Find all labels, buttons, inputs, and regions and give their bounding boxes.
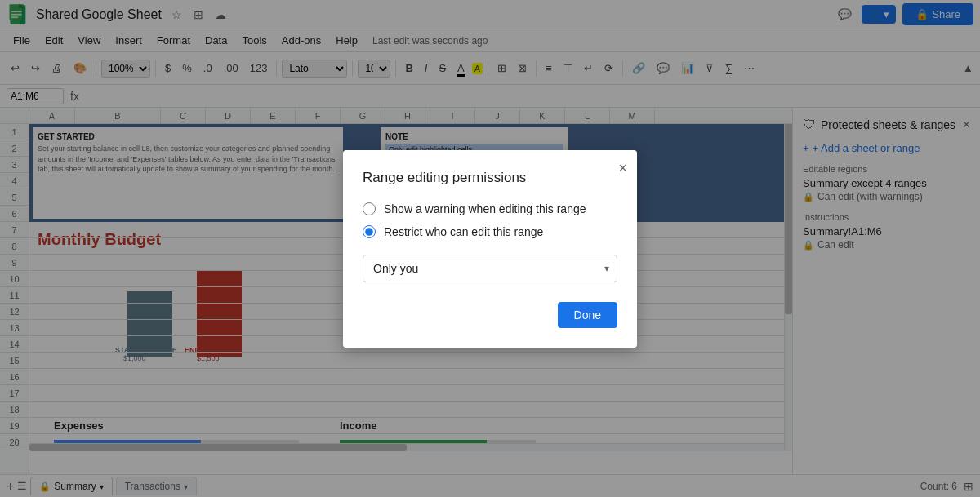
radio-row-2: Restrict who can edit this range — [363, 225, 617, 238]
modal-title: Range editing permissions — [363, 170, 617, 186]
radio-warning[interactable] — [363, 202, 376, 215]
range-editing-modal: Range editing permissions × Show a warni… — [343, 150, 637, 348]
radio-warning-label: Show a warning when editing this range — [384, 202, 586, 215]
radio-restrict[interactable] — [363, 225, 376, 238]
radio-row-1: Show a warning when editing this range — [363, 202, 617, 215]
radio-group: Show a warning when editing this range R… — [363, 202, 617, 238]
modal-overlay: Range editing permissions × Show a warni… — [0, 0, 980, 497]
permission-select[interactable]: Only you Custom — [363, 255, 617, 282]
dropdown-row: Only you Custom ▾ — [363, 255, 617, 282]
modal-close-button[interactable]: × — [618, 160, 627, 177]
modal-footer: Done — [363, 302, 617, 328]
radio-restrict-label: Restrict who can edit this range — [384, 225, 543, 238]
select-wrapper: Only you Custom ▾ — [363, 255, 617, 282]
done-button[interactable]: Done — [558, 302, 617, 328]
